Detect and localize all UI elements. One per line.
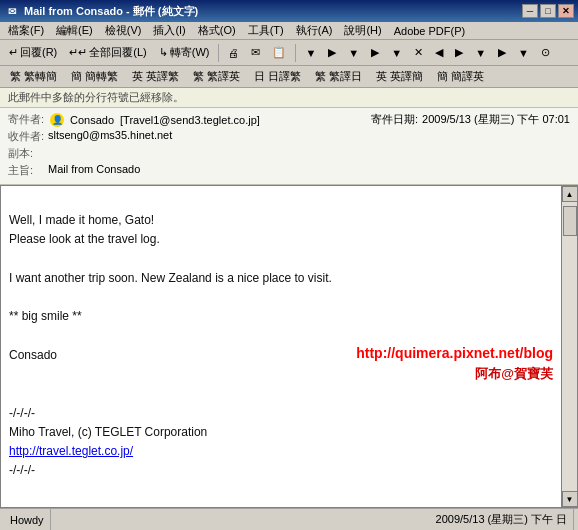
blog-label: 阿布@賀寶芙: [356, 364, 553, 385]
new-zealand-text: New Zealand: [141, 271, 212, 285]
cc-label: 副本:: [8, 146, 48, 161]
toolbar-separator-1: [218, 44, 219, 62]
body-consado-left: Consado: [9, 346, 57, 365]
scrollbar: ▲ ▼: [561, 186, 577, 507]
menu-bar: 檔案(F) 編輯(E) 檢視(V) 插入(I) 格式(O) 工具(T) 執行(A…: [0, 22, 578, 40]
status-right: 2009/5/13 (星期三) 下午 日: [430, 509, 574, 530]
email-body-container: Well, I made it home, Gato! Please look …: [0, 185, 578, 508]
email-headers: 寄件者: 👤 Consado [Travel1@send3.teglet.co.…: [0, 108, 578, 185]
menu-format[interactable]: 格式(O): [192, 22, 242, 39]
menu-file[interactable]: 檔案(F): [2, 22, 50, 39]
minimize-button[interactable]: ─: [522, 4, 538, 18]
subject-label: 主旨:: [8, 163, 48, 178]
date-value: 2009/5/13 (星期三) 下午 07:01: [422, 112, 570, 127]
title-bar: ✉ Mail from Consado - 郵件 (純文字) ─ □ ✕: [0, 0, 578, 22]
main-content: 此郵件中多餘的分行符號已經移除。 寄件者: 👤 Consado [Travel1…: [0, 88, 578, 530]
window-controls: ─ □ ✕: [522, 4, 574, 18]
scroll-down-arrow[interactable]: ▼: [562, 491, 578, 507]
toolbar-btn-8[interactable]: ▼: [386, 42, 407, 64]
from-email: [Travel1@send3.teglet.co.jp]: [120, 114, 260, 126]
body-line-1: Well, I made it home, Gato!: [9, 211, 553, 230]
trans-btn-7[interactable]: 簡 簡譯英: [431, 68, 490, 86]
to-label: 收件者:: [8, 129, 48, 144]
email-body[interactable]: Well, I made it home, Gato! Please look …: [1, 186, 561, 507]
status-date: 2009/5/13 (星期三) 下午 日: [436, 512, 567, 527]
status-left: Howdy: [4, 509, 51, 530]
toolbar-btn-11[interactable]: ▼: [470, 42, 491, 64]
body-line-blank-1: [9, 192, 553, 211]
toolbar-btn-6[interactable]: ▼: [343, 42, 364, 64]
body-consado: Consado: [9, 346, 57, 365]
forward-icon: ↳: [159, 46, 168, 59]
reply-all-button[interactable]: ↵↵ 全部回覆(L): [64, 42, 151, 64]
maximize-button[interactable]: □: [540, 4, 556, 18]
trans-btn-0[interactable]: 繁 繁轉簡: [4, 68, 63, 86]
body-line-6: ** big smile **: [9, 307, 553, 326]
toolbar-btn-14[interactable]: ⊙: [536, 42, 555, 64]
close-button[interactable]: ✕: [558, 4, 574, 18]
subject-value: Mail from Consado: [48, 163, 140, 175]
toolbar-btn-2[interactable]: ✉: [246, 42, 265, 64]
body-content: Well, I made it home, Gato! Please look …: [9, 192, 553, 481]
menu-edit[interactable]: 編輯(E): [50, 22, 99, 39]
from-name: Consado: [70, 114, 114, 126]
sender-icon: 👤: [50, 113, 64, 127]
reply-all-icon: ↵↵: [69, 46, 87, 59]
reply-icon: ↵: [9, 46, 18, 59]
toolbar-btn-delete[interactable]: ✕: [409, 42, 428, 64]
trans-btn-5[interactable]: 繁 繁譯日: [309, 68, 368, 86]
reply-button[interactable]: ↵ 回覆(R): [4, 42, 62, 64]
body-travel-url[interactable]: http://travel.teglet.co.jp/: [9, 442, 553, 461]
info-message: 此郵件中多餘的分行符號已經移除。: [8, 91, 184, 103]
body-blog-info: http://quimera.pixnet.net/blog 阿布@賀寶芙: [356, 342, 553, 385]
trans-btn-4[interactable]: 日 日譯繁: [248, 68, 307, 86]
body-separator-2: -/-/-/-: [9, 461, 553, 480]
body-line-4: I want another trip soon. New Zealand is…: [9, 269, 553, 288]
toolbar-btn-7[interactable]: ▶: [366, 42, 384, 64]
toolbar-btn-12[interactable]: ▶: [493, 42, 511, 64]
trans-btn-6[interactable]: 英 英譯簡: [370, 68, 429, 86]
window-title: Mail from Consado - 郵件 (純文字): [24, 4, 198, 19]
forward-button[interactable]: ↳ 轉寄(W): [154, 42, 215, 64]
to-value: sltseng0@ms35.hinet.net: [48, 129, 172, 141]
status-bar: Howdy 2009/5/13 (星期三) 下午 日: [0, 508, 578, 530]
menu-tools[interactable]: 工具(T): [242, 22, 290, 39]
toolbar-btn-13[interactable]: ▼: [513, 42, 534, 64]
toolbar-btn-3[interactable]: 📋: [267, 42, 291, 64]
info-bar: 此郵件中多餘的分行符號已經移除。: [0, 88, 578, 108]
scroll-up-arrow[interactable]: ▲: [562, 186, 578, 202]
body-line-blank-3: [9, 288, 553, 307]
menu-actions[interactable]: 執行(A): [290, 22, 339, 39]
menu-pdf[interactable]: Adobe PDF(P): [388, 24, 472, 38]
menu-insert[interactable]: 插入(I): [147, 22, 191, 39]
scroll-thumb[interactable]: [563, 206, 577, 236]
blog-url[interactable]: http://quimera.pixnet.net/blog: [356, 342, 553, 364]
body-line-blank-5: [9, 385, 553, 404]
body-company: Miho Travel, (c) TEGLET Corporation: [9, 423, 553, 442]
toolbar-btn-1[interactable]: 🖨: [223, 42, 244, 64]
toolbar-btn-5[interactable]: ▶: [323, 42, 341, 64]
status-howdy: Howdy: [10, 514, 44, 526]
trans-btn-2[interactable]: 英 英譯繁: [126, 68, 185, 86]
translation-bar: 繁 繁轉簡 簡 簡轉繁 英 英譯繁 繁 繁譯英 日 日譯繁 繁 繁譯日 英 英譯…: [0, 66, 578, 88]
date-label: 寄件日期:: [371, 112, 418, 127]
toolbar-btn-4[interactable]: ▼: [300, 42, 321, 64]
body-separator-1: -/-/-/-: [9, 404, 553, 423]
toolbar-btn-9[interactable]: ◀: [430, 42, 448, 64]
toolbar: ↵ 回覆(R) ↵↵ 全部回覆(L) ↳ 轉寄(W) 🖨 ✉ 📋 ▼ ▶ ▼ ▶…: [0, 40, 578, 66]
body-line-2: Please look at the travel log.: [9, 230, 553, 249]
menu-help[interactable]: 說明(H): [338, 22, 387, 39]
body-consado-row: Consado http://quimera.pixnet.net/blog 阿…: [9, 346, 553, 385]
app-icon: ✉: [4, 3, 20, 19]
trans-btn-1[interactable]: 簡 簡轉繁: [65, 68, 124, 86]
toolbar-separator-2: [295, 44, 296, 62]
body-line-blank-2: [9, 250, 553, 269]
from-label: 寄件者:: [8, 112, 48, 127]
menu-view[interactable]: 檢視(V): [99, 22, 148, 39]
toolbar-btn-10[interactable]: ▶: [450, 42, 468, 64]
trans-btn-3[interactable]: 繁 繁譯英: [187, 68, 246, 86]
scroll-track[interactable]: [562, 202, 578, 491]
